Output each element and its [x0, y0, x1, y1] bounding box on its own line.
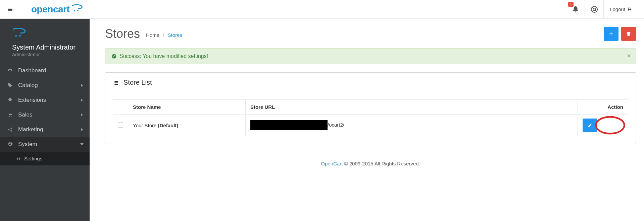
svg-point-6	[9, 84, 9, 85]
sidebar-item-marketing[interactable]: Marketing	[0, 122, 90, 137]
url-suffix: /ocart2/	[328, 122, 344, 128]
sidebar-item-label: System	[18, 141, 37, 148]
svg-point-5	[19, 35, 21, 37]
profile-role: Administrator	[12, 52, 78, 57]
notifications-button[interactable]: 1	[566, 0, 585, 18]
cart-icon	[6, 112, 14, 118]
alert-text: Success: You have modified settings!	[119, 53, 208, 59]
svg-point-3	[593, 8, 595, 10]
check-circle-icon	[111, 54, 117, 59]
footer: OpenCart © 2009-2015 All Rights Reserved…	[105, 156, 636, 174]
sidebar-item-dashboard[interactable]: Dashboard	[0, 63, 90, 78]
breadcrumb-sep: /	[163, 32, 164, 38]
logout-label: Logout	[610, 6, 625, 12]
svg-point-0	[74, 10, 76, 11]
sidebar-item-label: Marketing	[18, 126, 43, 133]
brand-text: opencart	[31, 4, 69, 15]
breadcrumb: Home / Stores	[146, 32, 182, 38]
th-store-name[interactable]: Store Name	[128, 100, 246, 115]
alert-close-button[interactable]: ×	[627, 52, 631, 60]
annotation-circle	[595, 116, 625, 135]
svg-point-9	[8, 129, 9, 130]
svg-point-10	[11, 128, 12, 129]
th-checkbox	[113, 100, 128, 115]
th-store-url[interactable]: Store URL	[246, 100, 578, 115]
panel-heading: Store List	[105, 73, 636, 92]
chevron-down-icon	[80, 141, 84, 148]
th-action: Action	[578, 100, 628, 115]
row-checkbox[interactable]	[118, 122, 123, 128]
breadcrumb-home[interactable]: Home	[146, 32, 159, 38]
sidebar: System Administrator Administrator Dashb…	[0, 19, 90, 221]
svg-point-7	[9, 116, 10, 117]
sidebar-logo	[0, 27, 90, 44]
content-area: Stores Home / Stores Success: You have m…	[90, 19, 644, 221]
store-default-badge: (Default)	[158, 123, 179, 128]
double-chevron-icon	[17, 157, 21, 161]
page-header: Stores Home / Stores	[105, 27, 636, 41]
stores-table: Store Name Store URL Action Your Store (…	[113, 99, 628, 136]
brand-logo[interactable]: opencart	[31, 4, 83, 15]
menu-toggle-button[interactable]	[5, 4, 16, 15]
table-row: Your Store (Default) /ocart2/	[113, 115, 628, 136]
list-icon	[113, 80, 119, 86]
plus-icon	[608, 31, 614, 36]
select-all-checkbox[interactable]	[118, 104, 123, 109]
help-button[interactable]	[585, 0, 603, 18]
sidebar-item-label: Extensions	[18, 97, 46, 103]
page-actions	[604, 27, 636, 41]
cell-action	[578, 115, 628, 136]
sidebar-item-catalog[interactable]: Catalog	[0, 78, 90, 93]
trash-icon	[626, 31, 631, 36]
header-right: 1 Logout	[566, 0, 639, 18]
life-ring-icon	[591, 6, 598, 13]
add-button[interactable]	[604, 27, 618, 41]
svg-point-8	[11, 116, 11, 117]
dashboard-icon	[6, 68, 14, 73]
sidebar-item-system[interactable]: System	[0, 137, 90, 152]
delete-button[interactable]	[621, 27, 636, 41]
cell-store-name: Your Store (Default)	[128, 115, 246, 136]
share-icon	[6, 127, 14, 132]
svg-point-11	[11, 130, 12, 131]
puzzle-icon	[6, 97, 14, 103]
logout-icon	[627, 7, 633, 12]
alert-success: Success: You have modified settings! ×	[105, 48, 636, 64]
svg-point-1	[77, 10, 79, 11]
pencil-icon	[587, 123, 593, 128]
chevron-right-icon	[80, 97, 84, 103]
gear-icon	[6, 142, 14, 147]
profile-block: System Administrator Administrator	[0, 44, 90, 63]
cell-store-url: /ocart2/	[246, 115, 578, 136]
cart-icon	[71, 4, 83, 15]
footer-link[interactable]: OpenCart	[321, 161, 343, 166]
breadcrumb-current[interactable]: Stores	[168, 32, 182, 38]
store-name-text: Your Store	[133, 123, 158, 128]
sidebar-item-sales[interactable]: Sales	[0, 107, 90, 122]
sidebar-item-extensions[interactable]: Extensions	[0, 93, 90, 107]
svg-point-4	[15, 35, 17, 37]
top-header: opencart 1 Logout	[0, 0, 644, 19]
footer-text: © 2009-2015 All Rights Reserved.	[343, 161, 420, 166]
page-title: Stores	[105, 27, 140, 41]
sidebar-item-label: Catalog	[18, 82, 38, 89]
sidebar-subitem-label: Settings	[24, 156, 42, 161]
chevron-right-icon	[80, 82, 84, 89]
edit-button[interactable]	[583, 119, 597, 132]
chevron-right-icon	[80, 112, 84, 118]
sidebar-subitem-settings[interactable]: Settings	[0, 152, 90, 165]
profile-name: System Administrator	[12, 44, 78, 51]
panel-store-list: Store List Store Name Store URL Action	[105, 72, 636, 144]
tag-icon	[6, 83, 14, 88]
panel-title: Store List	[123, 79, 152, 86]
notification-badge: 1	[568, 2, 574, 7]
redacted-url	[250, 120, 328, 130]
sidebar-item-label: Sales	[18, 112, 33, 118]
chevron-right-icon	[80, 126, 84, 133]
logout-button[interactable]: Logout	[603, 0, 639, 18]
menu-toggle-icon	[7, 6, 14, 13]
sidebar-item-label: Dashboard	[18, 67, 46, 74]
